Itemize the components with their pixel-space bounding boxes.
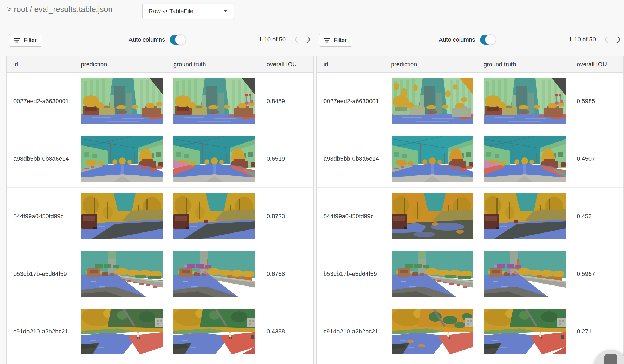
table-row: 0027eed2-a6630001 0.8459	[7, 73, 313, 130]
ground-truth-cell	[477, 251, 569, 297]
row-iou: 0.8459	[259, 98, 314, 105]
row-id: 544f99a0-f50fd99c	[7, 213, 75, 220]
prediction-image[interactable]	[81, 193, 163, 239]
prediction-image[interactable]	[81, 309, 163, 354]
ground-truth-cell	[477, 309, 569, 354]
auto-columns-label: Auto columns	[129, 36, 165, 43]
prediction-cell	[385, 251, 477, 297]
row-id: a98db5bb-0b8a6e14	[317, 155, 385, 162]
row-id: c91da210-a2b2bc21	[7, 328, 75, 335]
chevron-left-icon	[604, 36, 608, 43]
row-id: b53cb17b-e5d64f59	[317, 270, 385, 278]
table-row: a98db5bb-0b8a6e14 0.6519	[7, 130, 313, 188]
row-iou: 0.8723	[259, 213, 314, 220]
chevron-down-icon	[224, 10, 228, 12]
ground-truth-cell	[167, 193, 259, 239]
row-id: a98db5bb-0b8a6e14	[7, 155, 75, 162]
auto-columns-toggle[interactable]	[170, 35, 185, 45]
table-header: id prediction ground truth overall IOU	[7, 56, 313, 73]
table-panel-right: Filter Auto columns 1-10 of 50 id	[316, 34, 624, 364]
results-table: id prediction ground truth overall IOU 0…	[316, 56, 624, 364]
ground-truth-image[interactable]	[484, 309, 566, 354]
ground-truth-cell	[167, 78, 259, 124]
filter-icon	[323, 38, 330, 43]
ground-truth-image[interactable]	[484, 78, 566, 124]
column-header-ground-truth[interactable]: ground truth	[477, 61, 569, 68]
prediction-cell	[75, 78, 167, 124]
ground-truth-image[interactable]	[173, 251, 255, 297]
table-panel-left: Filter Auto columns 1-10 of 50 id	[6, 34, 314, 364]
ground-truth-image[interactable]	[484, 136, 566, 182]
auto-columns-control: Auto columns	[439, 35, 495, 45]
prediction-cell	[385, 78, 477, 124]
ground-truth-cell	[167, 309, 259, 354]
toggle-knob	[485, 34, 496, 45]
ground-truth-image[interactable]	[173, 78, 255, 124]
next-page-button[interactable]	[307, 36, 311, 43]
table-header: id prediction ground truth overall IOU	[317, 56, 623, 73]
controls-row: Filter Auto columns 1-10 of 50	[6, 34, 314, 56]
pagination-label: 1-10 of 50	[259, 36, 286, 43]
results-table: id prediction ground truth overall IOU 0…	[6, 56, 314, 364]
prediction-image[interactable]	[81, 251, 163, 297]
prediction-image[interactable]	[392, 251, 473, 297]
auto-columns-toggle[interactable]	[480, 35, 495, 45]
prediction-cell	[385, 309, 477, 354]
prediction-image[interactable]	[392, 193, 473, 239]
filter-label: Filter	[24, 37, 37, 43]
row-iou: 0.271	[569, 328, 624, 335]
ground-truth-image[interactable]	[173, 193, 255, 239]
artifact-table-page: > root / eval_results.table.json Row -> …	[0, 0, 624, 364]
filter-button[interactable]: Filter	[9, 34, 42, 47]
controls-row: Filter Auto columns 1-10 of 50	[316, 34, 624, 56]
view-mode-label: Row -> TableFile	[149, 8, 193, 15]
row-iou: 0.6768	[259, 270, 314, 278]
ground-truth-image[interactable]	[484, 193, 566, 239]
column-header-id[interactable]: id	[317, 61, 385, 68]
table-row-partial	[7, 360, 313, 364]
pagination: 1-10 of 50	[259, 36, 311, 43]
table-row: a98db5bb-0b8a6e14 0.4507	[317, 130, 623, 188]
column-header-overall-iou[interactable]: overall IOU	[569, 61, 624, 68]
prediction-image[interactable]	[392, 78, 473, 124]
chevron-left-icon	[294, 36, 298, 43]
auto-columns-control: Auto columns	[129, 35, 185, 45]
prediction-image[interactable]	[81, 136, 163, 182]
filter-button[interactable]: Filter	[319, 34, 352, 47]
prev-page-button[interactable]	[294, 36, 298, 43]
column-header-ground-truth[interactable]: ground truth	[167, 61, 259, 68]
breadcrumb: > root / eval_results.table.json	[7, 5, 113, 14]
ground-truth-image[interactable]	[173, 136, 255, 182]
pagination: 1-10 of 50	[569, 36, 621, 43]
ground-truth-image[interactable]	[484, 251, 566, 297]
filter-label: Filter	[334, 37, 347, 43]
prediction-cell	[385, 193, 477, 239]
prev-page-button[interactable]	[604, 36, 608, 43]
row-id: b53cb17b-e5d64f59	[7, 270, 75, 278]
ground-truth-image[interactable]	[173, 309, 255, 354]
table-row: b53cb17b-e5d64f59 0.5967	[317, 245, 623, 303]
row-iou: 0.453	[569, 213, 624, 220]
table-row: 544f99a0-f50fd99c 0.8723	[7, 188, 313, 245]
column-header-prediction[interactable]: prediction	[75, 61, 167, 68]
row-id: 544f99a0-f50fd99c	[317, 213, 385, 220]
column-header-id[interactable]: id	[7, 61, 75, 68]
row-id: c91da210-a2b2bc21	[317, 328, 385, 335]
prediction-image[interactable]	[392, 309, 473, 354]
ground-truth-cell	[477, 193, 569, 239]
view-mode-dropdown[interactable]: Row -> TableFile	[142, 4, 234, 19]
filter-icon	[13, 38, 20, 43]
next-page-button[interactable]	[617, 36, 621, 43]
column-header-overall-iou[interactable]: overall IOU	[259, 61, 314, 68]
ground-truth-cell	[477, 78, 569, 124]
row-id: 0027eed2-a6630001	[317, 98, 385, 105]
chevron-right-icon	[307, 36, 311, 43]
prediction-image[interactable]	[81, 78, 163, 124]
row-iou: 0.4507	[569, 155, 624, 162]
prediction-cell	[75, 193, 167, 239]
column-header-prediction[interactable]: prediction	[385, 61, 477, 68]
chevron-right-icon	[617, 36, 621, 43]
ground-truth-cell	[477, 136, 569, 182]
toggle-knob	[175, 34, 186, 45]
prediction-image[interactable]	[392, 136, 473, 182]
